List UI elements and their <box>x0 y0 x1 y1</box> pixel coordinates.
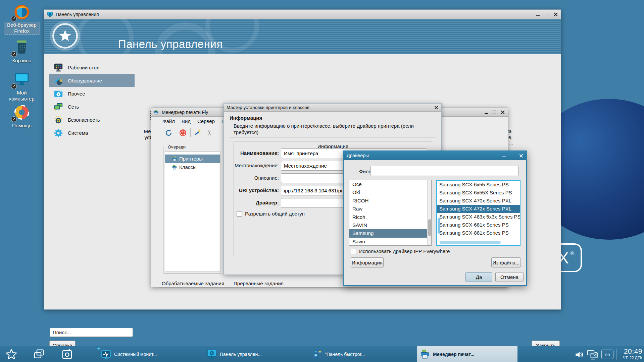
model-item[interactable]: Samsung SCX-881x Series PS <box>437 229 520 237</box>
maker-item-selected[interactable]: Samsung <box>349 229 431 237</box>
share-checkbox[interactable] <box>237 211 242 217</box>
banner-star-emblem <box>52 23 78 49</box>
task-print-manager[interactable]: Менеджер печат... <box>417 346 517 362</box>
maker-item[interactable]: Savin <box>349 238 431 246</box>
wizard-titlebar[interactable]: Мастер установки принтеров и классов <box>224 104 441 112</box>
drivers-dialog: Драйверы Фильтр Oce Oki RICOH Raw Ricoh … <box>343 150 527 286</box>
maximize-icon[interactable] <box>545 13 548 16</box>
tree-item-classes[interactable]: Классы <box>165 163 220 171</box>
ok-button[interactable]: Да <box>465 272 492 282</box>
control-panel-banner: Панель управления <box>44 19 561 54</box>
wizard-wand-icon[interactable] <box>194 129 202 137</box>
sidebar-item-hardware[interactable]: Оборудование <box>49 74 135 87</box>
tray-separator <box>616 349 616 360</box>
start-menu-button[interactable] <box>1 346 22 362</box>
close-icon[interactable] <box>519 154 523 157</box>
tree-item-printers[interactable]: Принтеры <box>165 155 220 163</box>
drivers-titlebar[interactable]: Драйверы <box>344 151 526 160</box>
clock[interactable]: 20:49 ЧТ, 22 ДЕК <box>617 348 642 360</box>
maker-item[interactable]: RICOH <box>349 197 431 205</box>
window-title: Панель управления <box>56 12 99 17</box>
network-icon <box>53 102 63 112</box>
maker-item[interactable]: Oki <box>349 188 431 196</box>
driver-info-button[interactable]: Информация <box>351 257 384 267</box>
tab-active-jobs[interactable]: Обрабатываемые задания <box>159 280 227 287</box>
maker-item[interactable]: Raw <box>349 205 431 213</box>
sidebar-label: Оборудование <box>68 78 102 83</box>
notification-star-icon: ★ <box>97 347 100 351</box>
queues-groupbox: Очереди Принтеры Классы <box>163 147 222 274</box>
hardware-icon <box>53 76 63 86</box>
field-label-location: Местонахождение: <box>226 161 279 170</box>
sidebar-item-system[interactable]: Система <box>49 126 135 139</box>
clock-date: ЧТ, 22 ДЕК <box>617 356 642 360</box>
maximize-icon[interactable] <box>511 154 514 157</box>
maker-item[interactable]: Ricoh <box>349 213 431 221</box>
task-system-monitor[interactable]: Системный монит... <box>98 346 199 362</box>
search-input[interactable] <box>50 328 133 337</box>
desktop-icon-firefox[interactable]: ↗ Веб-браузер Firefox <box>4 3 40 34</box>
from-file-button[interactable]: Из файла... <box>491 257 521 267</box>
maker-item[interactable]: SAVIN <box>349 221 431 229</box>
menu-server[interactable]: Сервер <box>197 118 215 124</box>
menu-view[interactable]: Вид <box>182 118 191 124</box>
printer-icon <box>154 110 159 115</box>
sidebar-item-misc[interactable]: Прочее <box>49 87 135 100</box>
camera-icon <box>61 348 73 360</box>
maximize-icon[interactable] <box>493 111 496 114</box>
model-item-selected[interactable]: Samsung SCX-472x Series PXL <box>437 205 520 213</box>
share-checkbox-label: Разрешить общий доступ <box>245 211 305 217</box>
control-panel-titlebar[interactable]: Панель управления <box>44 10 561 19</box>
network-displays-icon[interactable] <box>587 349 599 362</box>
menu-file[interactable]: Файл <box>162 118 175 124</box>
minimize-icon[interactable] <box>536 15 540 16</box>
screenshot-tool-button[interactable] <box>56 346 78 362</box>
ipp-checkbox-row: Использовать драйвер IPP Everywhere <box>351 248 450 254</box>
control-panel-icon <box>206 349 217 360</box>
control-panel-icon <box>47 11 53 17</box>
makers-scrollbar[interactable] <box>427 180 431 245</box>
tab-interrupted-jobs[interactable]: Прерванные задания <box>231 280 286 287</box>
tree-item-label: Принтеры <box>179 156 203 162</box>
wizard-step-description: Введите информацию о принтере/классе, вы… <box>234 123 430 135</box>
model-item[interactable]: Samsung SCX-6x55 Series PS <box>437 181 520 189</box>
keyboard-layout-indicator[interactable]: en <box>601 350 613 359</box>
task-label: Менеджер печат... <box>433 352 475 357</box>
ipp-everywhere-checkbox[interactable] <box>351 249 356 254</box>
volume-icon[interactable] <box>574 349 585 361</box>
close-icon[interactable] <box>554 12 557 16</box>
cancel-button[interactable]: Отмена <box>495 272 524 282</box>
maker-item[interactable]: Oce <box>349 180 431 188</box>
sidebar-label: Безопасность <box>68 117 100 123</box>
sidebar-item-security[interactable]: Безопасность <box>49 113 135 126</box>
model-item[interactable]: Samsung SCX-483x 5x3x Series PS <box>437 213 520 221</box>
filter-input[interactable] <box>370 166 518 176</box>
queues-legend: Очереди <box>166 144 187 149</box>
task-control-panel[interactable]: Панель управлен... <box>204 346 304 362</box>
model-item[interactable]: Samsung SCX-681x Series PS <box>437 221 520 229</box>
desktop-icon-help[interactable]: ↗ Помощь <box>4 104 40 129</box>
desktop-icon-trash[interactable]: ↗ Корзина <box>4 39 40 64</box>
share-checkbox-row: Разрешить общий доступ <box>237 211 305 217</box>
desktop-icon-my-computer[interactable]: ↗ Мой компьютер <box>4 71 40 102</box>
shortcut-arrow-icon: ↗ <box>11 83 17 89</box>
minimize-icon[interactable] <box>502 157 506 157</box>
shortcut-arrow-icon: ↗ <box>11 16 17 21</box>
models-vscrollbar[interactable] <box>438 218 440 234</box>
close-icon[interactable] <box>501 110 504 114</box>
model-item[interactable]: Samsung SCX-470x Series PXL <box>437 197 520 205</box>
system-monitor-icon <box>101 349 111 360</box>
power-button-icon[interactable] <box>179 129 187 137</box>
sidebar-item-desktop[interactable]: Рабочий стол <box>49 61 135 74</box>
minimize-icon[interactable] <box>485 113 488 114</box>
sidebar-item-network[interactable]: Сеть <box>49 100 135 113</box>
refresh-icon[interactable] <box>164 129 173 137</box>
close-icon[interactable] <box>435 106 438 109</box>
model-item[interactable]: Samsung SCX-6x55X Series PS <box>437 189 520 197</box>
task-quick-launch-panel[interactable]: "Панель быстрог... <box>309 346 410 362</box>
scissors-icon[interactable]: ✂ <box>205 130 213 136</box>
queues-tree: Принтеры Классы <box>165 152 220 272</box>
models-hscrollbar[interactable] <box>440 241 501 244</box>
misc-icon <box>53 89 63 99</box>
window-switcher-button[interactable] <box>28 346 50 362</box>
